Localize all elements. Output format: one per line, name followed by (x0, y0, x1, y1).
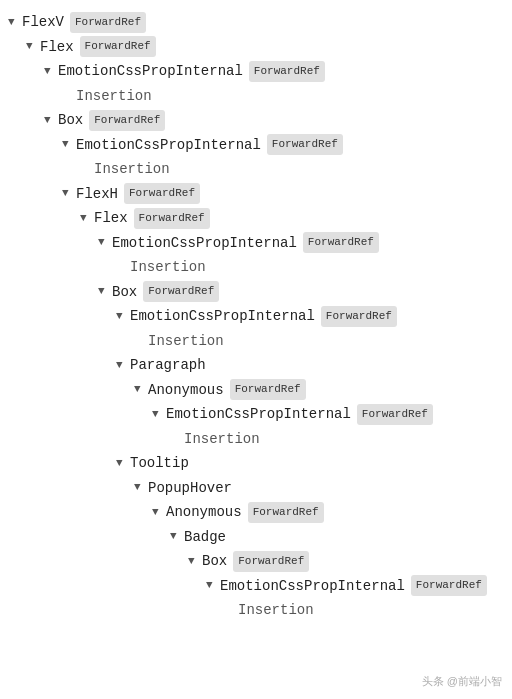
tree-node[interactable]: ▼FlexForwardRef (8, 35, 504, 60)
tree-arrow[interactable]: ▼ (134, 478, 148, 497)
tree-node[interactable]: ▼FlexVForwardRef (8, 10, 504, 35)
node-name: Insertion (148, 329, 224, 354)
forward-ref-badge: ForwardRef (357, 404, 433, 425)
forward-ref-badge: ForwardRef (321, 306, 397, 327)
tree-arrow[interactable]: ▼ (188, 552, 202, 571)
node-name: EmotionCssPropInternal (76, 133, 261, 158)
node-name: PopupHover (148, 476, 232, 501)
node-name: Tooltip (130, 451, 189, 476)
tree-node[interactable]: Insertion (8, 329, 504, 354)
component-tree: ▼FlexVForwardRef▼FlexForwardRef▼EmotionC… (0, 0, 512, 633)
tree-node[interactable]: ▼AnonymousForwardRef (8, 500, 504, 525)
watermark-text: 头条 @前端小智 (422, 674, 502, 689)
tree-node[interactable]: ▼EmotionCssPropInternalForwardRef (8, 59, 504, 84)
tree-node[interactable]: Insertion (8, 255, 504, 280)
forward-ref-badge: ForwardRef (89, 110, 165, 131)
tree-arrow[interactable]: ▼ (62, 135, 76, 154)
forward-ref-badge: ForwardRef (233, 551, 309, 572)
node-name: EmotionCssPropInternal (112, 231, 297, 256)
forward-ref-badge: ForwardRef (249, 61, 325, 82)
tree-arrow[interactable]: ▼ (152, 503, 166, 522)
node-name: EmotionCssPropInternal (166, 402, 351, 427)
node-name: FlexV (22, 10, 64, 35)
tree-arrow[interactable]: ▼ (116, 307, 130, 326)
forward-ref-badge: ForwardRef (143, 281, 219, 302)
node-name: Insertion (238, 598, 314, 623)
forward-ref-badge: ForwardRef (230, 379, 306, 400)
tree-node[interactable]: ▼FlexHForwardRef (8, 182, 504, 207)
tree-node[interactable]: Insertion (8, 84, 504, 109)
node-name: Insertion (130, 255, 206, 280)
forward-ref-badge: ForwardRef (303, 232, 379, 253)
tree-node[interactable]: ▼FlexForwardRef (8, 206, 504, 231)
tree-node[interactable]: ▼AnonymousForwardRef (8, 378, 504, 403)
forward-ref-badge: ForwardRef (134, 208, 210, 229)
tree-node[interactable]: ▼EmotionCssPropInternalForwardRef (8, 133, 504, 158)
tree-arrow[interactable]: ▼ (80, 209, 94, 228)
node-name: Paragraph (130, 353, 206, 378)
forward-ref-badge: ForwardRef (248, 502, 324, 523)
forward-ref-badge: ForwardRef (70, 12, 146, 33)
tree-arrow[interactable]: ▼ (8, 13, 22, 32)
tree-node[interactable]: Insertion (8, 598, 504, 623)
tree-node[interactable]: ▼BoxForwardRef (8, 280, 504, 305)
node-name: Insertion (76, 84, 152, 109)
node-name: EmotionCssPropInternal (130, 304, 315, 329)
tree-node[interactable]: ▼PopupHover (8, 476, 504, 501)
tree-arrow[interactable]: ▼ (26, 37, 40, 56)
tree-arrow[interactable]: ▼ (98, 233, 112, 252)
forward-ref-badge: ForwardRef (411, 575, 487, 596)
node-name: Insertion (184, 427, 260, 452)
node-name: Box (112, 280, 137, 305)
tree-arrow[interactable]: ▼ (116, 454, 130, 473)
node-name: FlexH (76, 182, 118, 207)
tree-arrow[interactable]: ▼ (62, 184, 76, 203)
tree-arrow[interactable]: ▼ (98, 282, 112, 301)
node-name: Flex (40, 35, 74, 60)
node-name: Flex (94, 206, 128, 231)
forward-ref-badge: ForwardRef (267, 134, 343, 155)
tree-arrow[interactable]: ▼ (206, 576, 220, 595)
tree-node[interactable]: ▼EmotionCssPropInternalForwardRef (8, 402, 504, 427)
tree-arrow[interactable]: ▼ (170, 527, 184, 546)
tree-node[interactable]: ▼BoxForwardRef (8, 549, 504, 574)
node-name: Anonymous (148, 378, 224, 403)
tree-arrow[interactable]: ▼ (44, 62, 58, 81)
node-name: EmotionCssPropInternal (220, 574, 405, 599)
forward-ref-badge: ForwardRef (124, 183, 200, 204)
node-name: Box (58, 108, 83, 133)
node-name: Box (202, 549, 227, 574)
tree-node[interactable]: Insertion (8, 427, 504, 452)
node-name: Badge (184, 525, 226, 550)
node-name: Insertion (94, 157, 170, 182)
tree-node[interactable]: ▼BoxForwardRef (8, 108, 504, 133)
tree-arrow[interactable]: ▼ (152, 405, 166, 424)
tree-arrow[interactable]: ▼ (116, 356, 130, 375)
tree-arrow[interactable]: ▼ (44, 111, 58, 130)
tree-node[interactable]: ▼EmotionCssPropInternalForwardRef (8, 231, 504, 256)
tree-node[interactable]: ▼Badge (8, 525, 504, 550)
node-name: Anonymous (166, 500, 242, 525)
tree-node[interactable]: ▼Paragraph (8, 353, 504, 378)
tree-arrow[interactable]: ▼ (134, 380, 148, 399)
node-name: EmotionCssPropInternal (58, 59, 243, 84)
forward-ref-badge: ForwardRef (80, 36, 156, 57)
tree-node[interactable]: ▼EmotionCssPropInternalForwardRef (8, 304, 504, 329)
tree-node[interactable]: ▼Tooltip (8, 451, 504, 476)
tree-node[interactable]: Insertion (8, 157, 504, 182)
tree-node[interactable]: ▼EmotionCssPropInternalForwardRef (8, 574, 504, 599)
